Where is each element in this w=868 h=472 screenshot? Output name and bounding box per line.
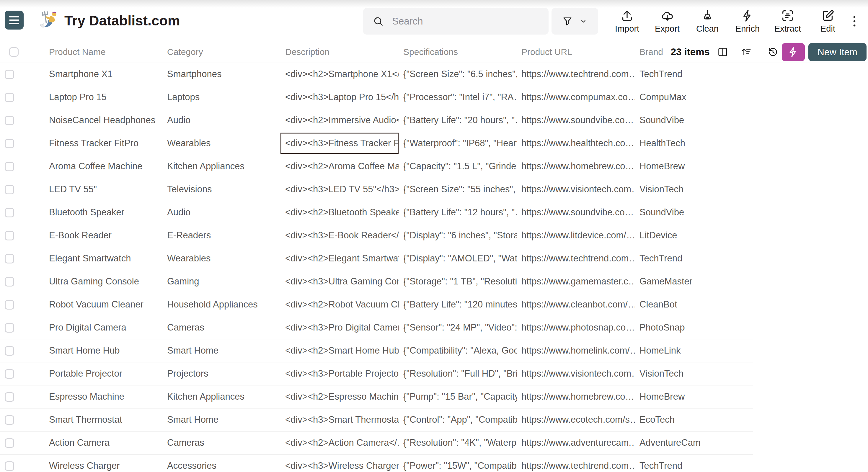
cell-specifications[interactable]: {"Display": "AMOLED", "Wate… [399, 247, 517, 270]
cell-description[interactable]: <div><h3>Pro Digital Camer… [280, 316, 399, 339]
row-checkbox[interactable] [5, 415, 14, 425]
cell-category[interactable]: Audio [162, 109, 280, 132]
column-header-product-name[interactable]: Product Name [44, 41, 162, 63]
cell-specifications[interactable]: {"Power": "15W", "Compatibi… [399, 454, 517, 472]
cell-brand[interactable]: CleanBot [635, 293, 753, 316]
cell-product-url[interactable]: https://www.homelink.com/… [517, 340, 635, 362]
cell-product-name[interactable]: Espresso Machine [44, 385, 162, 408]
cell-product-url[interactable]: https://www.homebrew.co… [517, 385, 635, 408]
cell-specifications[interactable]: {"Control": "App", "Compatibi… [399, 409, 517, 431]
cell-description[interactable]: <div><h2>Action Camera</… [280, 432, 399, 454]
cell-description[interactable]: <div><h2>Immersive Audio<… [280, 109, 399, 132]
cell-brand[interactable]: PhotoSnap [635, 316, 753, 339]
cell-brand[interactable]: HealthTech [635, 132, 753, 155]
cell-category[interactable]: Gaming [162, 270, 280, 293]
cell-specifications[interactable]: {"Waterproof": "IP68", "Heart… [399, 132, 517, 155]
cell-brand[interactable]: HomeBrew [635, 155, 753, 178]
row-checkbox[interactable] [5, 139, 14, 148]
cell-product-name[interactable]: Aroma Coffee Machine [44, 155, 162, 178]
row-checkbox[interactable] [5, 461, 14, 471]
cell-brand[interactable]: SoundVibe [635, 201, 753, 224]
cell-brand[interactable]: HomeLink [635, 340, 753, 362]
row-checkbox[interactable] [5, 323, 14, 332]
cell-product-url[interactable]: https://www.ecotech.com/s… [517, 409, 635, 431]
cell-product-url[interactable]: https://www.photosnap.co… [517, 316, 635, 339]
cell-brand[interactable]: AdventureCam [635, 432, 753, 454]
row-checkbox[interactable] [5, 300, 14, 309]
cell-description[interactable]: <div><h3>Laptop Pro 15</h… [280, 86, 399, 109]
cell-product-name[interactable]: LED TV 55" [44, 178, 162, 201]
cell-description[interactable]: <div><h2>Smartphone X1</… [280, 63, 399, 86]
cell-product-name[interactable]: Action Camera [44, 432, 162, 454]
cell-product-url[interactable]: https://www.techtrend.com… [517, 247, 635, 270]
cell-brand[interactable]: CompuMax [635, 86, 753, 109]
cell-product-url[interactable]: https://www.techtrend.com… [517, 63, 635, 86]
cell-description[interactable]: <div><h3>Portable Projecto… [280, 362, 399, 385]
cell-specifications[interactable]: {"Storage": "1 TB", "Resoluti… [399, 270, 517, 293]
cell-category[interactable]: Smart Home [162, 409, 280, 431]
cell-category[interactable]: Cameras [162, 432, 280, 454]
cell-brand[interactable]: VisionTech [635, 362, 753, 385]
cell-specifications[interactable]: {"Battery Life": "20 hours", "… [399, 109, 517, 132]
cell-product-name[interactable]: Bluetooth Speaker [44, 201, 162, 224]
cell-description[interactable]: <div><h3>Wireless Charger… [280, 454, 399, 472]
cell-product-name[interactable]: Portable Projector [44, 362, 162, 385]
cell-product-name[interactable]: NoiseCancel Headphones [44, 109, 162, 132]
toolbar-action-edit[interactable]: Edit [813, 9, 843, 34]
column-header-category[interactable]: Category [162, 41, 280, 63]
cell-product-name[interactable]: Fitness Tracker FitPro [44, 132, 162, 155]
cell-category[interactable]: Laptops [162, 86, 280, 109]
cell-brand[interactable]: TechTrend [635, 63, 753, 86]
cell-product-url[interactable]: https://www.visiontech.com… [517, 178, 635, 201]
cell-brand[interactable]: HomeBrew [635, 385, 753, 408]
row-checkbox[interactable] [5, 438, 14, 448]
cell-specifications[interactable]: {"Resolution": "Full HD", "Bri… [399, 362, 517, 385]
cell-description[interactable]: <div><h3>LED TV 55"</h3><… [280, 178, 399, 201]
cell-description[interactable]: <div><h3>E-Book Reader</h… [280, 224, 399, 247]
cell-product-url[interactable]: https://www.healthtech.co… [517, 132, 635, 155]
cell-specifications[interactable]: {"Screen Size": "55 inches", "… [399, 178, 517, 201]
history-button[interactable] [767, 46, 779, 58]
cell-category[interactable]: Cameras [162, 316, 280, 339]
column-header-specifications[interactable]: Specifications [399, 41, 517, 63]
automation-button[interactable] [782, 43, 805, 61]
cell-product-url[interactable]: https://www.cleanbot.com/… [517, 293, 635, 316]
cell-product-name[interactable]: Smart Thermostat [44, 409, 162, 431]
cell-category[interactable]: Smartphones [162, 63, 280, 86]
split-view-button[interactable] [717, 46, 728, 58]
toolbar-action-import[interactable]: Import [612, 9, 642, 34]
cell-product-url[interactable]: https://www.adventurecam.… [517, 432, 635, 454]
row-checkbox[interactable] [5, 208, 14, 217]
cell-description[interactable]: <div><h2>Robot Vacuum Cl… [280, 293, 399, 316]
cell-specifications[interactable]: {"Pump": "15 Bar", "Capacity… [399, 385, 517, 408]
cell-brand[interactable]: EcoTech [635, 409, 753, 431]
cell-specifications[interactable]: {"Battery Life": "120 minutes… [399, 293, 517, 316]
row-checkbox[interactable] [5, 116, 14, 125]
row-checkbox[interactable] [5, 392, 14, 402]
cell-category[interactable]: Wearables [162, 132, 280, 155]
cell-brand[interactable]: GameMaster [635, 270, 753, 293]
cell-specifications[interactable]: {"Compatibility": "Alexa, Goo… [399, 340, 517, 362]
sort-button[interactable] [740, 46, 752, 58]
cell-product-url[interactable]: https://www.gamemaster.c… [517, 270, 635, 293]
cell-brand[interactable]: VisionTech [635, 178, 753, 201]
cell-product-url[interactable]: https://www.soundvibe.co… [517, 201, 635, 224]
cell-category[interactable]: Wearables [162, 247, 280, 270]
cell-product-url[interactable]: https://www.homebrew.co… [517, 155, 635, 178]
cell-category[interactable]: Audio [162, 201, 280, 224]
cell-product-name[interactable]: Pro Digital Camera [44, 316, 162, 339]
cell-category[interactable]: Projectors [162, 362, 280, 385]
cell-product-name[interactable]: Ultra Gaming Console [44, 270, 162, 293]
cell-category[interactable]: Kitchen Appliances [162, 155, 280, 178]
row-checkbox[interactable] [5, 70, 14, 79]
cell-product-url[interactable]: https://www.compumax.co… [517, 86, 635, 109]
column-header-product-url[interactable]: Product URL [517, 41, 635, 63]
cell-brand[interactable]: TechTrend [635, 247, 753, 270]
toolbar-action-enrich[interactable]: Enrich [733, 9, 762, 34]
cell-description[interactable]: <div><h3>Smart Thermosta… [280, 409, 399, 431]
new-item-button[interactable]: New Item [808, 43, 867, 61]
filter-button[interactable] [552, 8, 598, 35]
cell-product-name[interactable]: E-Book Reader [44, 224, 162, 247]
cell-category[interactable]: Accessories [162, 454, 280, 472]
cell-category[interactable]: E-Readers [162, 224, 280, 247]
